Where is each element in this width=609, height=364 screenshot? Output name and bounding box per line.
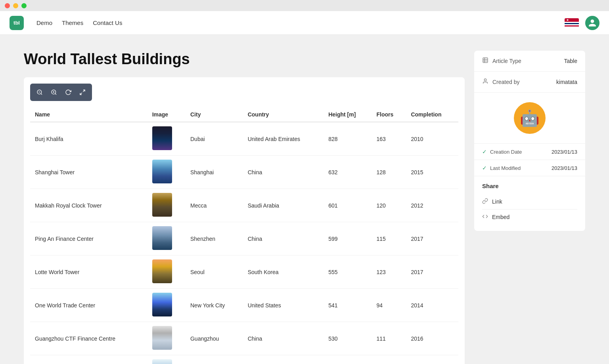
cell-name: Tianjin CTF Finance Centre (30, 355, 147, 364)
cell-image (147, 322, 186, 355)
cell-city: New York City (186, 289, 243, 322)
cell-completion: 2010 (406, 122, 458, 156)
logo: tbl (10, 16, 24, 30)
info-card: Article Type Table Created by kimatata (474, 51, 585, 231)
main-content: World Tallest Buildings (0, 35, 609, 364)
table-row: One World Trade CenterNew York CityUnite… (30, 289, 458, 322)
table-row: Shanghai TowerShanghaiChina6321282015 (30, 156, 458, 189)
cell-country: China (243, 156, 324, 189)
table-card: Name Image City Country Height [m] Floor… (24, 77, 465, 364)
cell-floors: 115 (372, 222, 406, 255)
cell-floors: 120 (372, 189, 406, 222)
col-name: Name (30, 107, 147, 122)
cell-city: Guangzhou (186, 322, 243, 355)
cell-country: Saudi Arabia (243, 189, 324, 222)
cell-name: Ping An Finance Center (30, 222, 147, 255)
cell-city: Seoul (186, 255, 243, 289)
table-icon (482, 57, 488, 65)
embed-icon (482, 213, 488, 221)
cell-completion: 2014 (406, 289, 458, 322)
cell-country: United States (243, 289, 324, 322)
svg-rect-9 (483, 58, 488, 63)
last-modified-label: ✓ Last Modified (482, 165, 521, 171)
cell-image (147, 289, 186, 322)
cell-completion: 2017 (406, 222, 458, 255)
link-icon (482, 198, 488, 205)
cell-completion: 2017 (406, 255, 458, 289)
table-row: Lotte World TowerSeoulSouth Korea5551232… (30, 255, 458, 289)
cell-city: Shanghai (186, 156, 243, 189)
article-type-row: Article Type Table (474, 51, 585, 72)
svg-line-8 (80, 93, 82, 95)
nav-themes[interactable]: Themes (62, 19, 83, 26)
created-by-row: Created by kimatata (474, 72, 585, 93)
col-completion: Completion (406, 107, 458, 122)
share-section: Share Link Embed (474, 176, 585, 231)
cell-country: South Korea (243, 255, 324, 289)
cell-image (147, 355, 186, 364)
share-embed-row[interactable]: Embed (482, 210, 577, 225)
title-bar (0, 0, 609, 11)
cell-height: 541 (324, 289, 372, 322)
cell-height: 530 (324, 355, 372, 364)
created-by-value: kimatata (556, 79, 577, 85)
share-embed-label: Embed (492, 214, 509, 220)
buildings-table: Name Image City Country Height [m] Floor… (30, 107, 458, 364)
right-panel: Article Type Table Created by kimatata (474, 51, 585, 364)
cell-image (147, 122, 186, 156)
language-flag[interactable]: ★ (565, 18, 579, 28)
creation-date-row: ✓ Creation Date 2023/01/13 (474, 144, 585, 160)
table-row: Burj KhalifaDubaiUnited Arab Emirates828… (30, 122, 458, 156)
table-row: Ping An Finance CenterShenzhenChina59911… (30, 222, 458, 255)
cell-floors: 128 (372, 156, 406, 189)
creation-date-value: 2023/01/13 (552, 149, 577, 155)
col-country: Country (243, 107, 324, 122)
cell-floors: 97 (372, 355, 406, 364)
cell-name: Shanghai Tower (30, 156, 147, 189)
user-avatar[interactable] (585, 16, 599, 30)
created-by-label: Created by (482, 78, 519, 86)
zoom-out-button[interactable] (33, 86, 46, 99)
check-icon-2: ✓ (482, 165, 487, 171)
maximize-button[interactable] (21, 3, 27, 8)
article-type-value: Table (564, 58, 577, 64)
user-icon (482, 78, 488, 86)
cell-completion: 2016 (406, 322, 458, 355)
cell-height: 601 (324, 189, 372, 222)
cell-name: Burj Khalifa (30, 122, 147, 156)
table-row: Makkah Royal Clock TowerMeccaSaudi Arabi… (30, 189, 458, 222)
cell-country: China (243, 322, 324, 355)
last-modified-text: Last Modified (490, 165, 521, 171)
navbar-right: ★ (565, 16, 599, 30)
nav-contact-us[interactable]: Contact Us (93, 19, 122, 26)
minimize-button[interactable] (13, 3, 18, 8)
share-link-label: Link (492, 198, 502, 205)
zoom-in-button[interactable] (48, 86, 60, 99)
cell-name: Guangzhou CTF Finance Centre (30, 322, 147, 355)
close-button[interactable] (5, 3, 10, 8)
creation-date-text: Creation Date (490, 149, 522, 155)
article-type-text: Article Type (492, 58, 521, 64)
creation-date-label: ✓ Creation Date (482, 149, 522, 155)
avatar-section: 🤖 (474, 93, 585, 144)
robot-avatar: 🤖 (514, 102, 546, 134)
cell-country: United Arab Emirates (243, 122, 324, 156)
table-row: Tianjin CTF Finance CentreTianjinChina53… (30, 355, 458, 364)
cell-city: Dubai (186, 122, 243, 156)
share-link-row[interactable]: Link (482, 194, 577, 210)
nav-demo[interactable]: Demo (36, 19, 52, 26)
refresh-button[interactable] (62, 86, 75, 99)
cell-image (147, 189, 186, 222)
svg-line-1 (41, 93, 42, 95)
cell-name: One World Trade Center (30, 289, 147, 322)
last-modified-row: ✓ Last Modified 2023/01/13 (474, 160, 585, 176)
created-by-text: Created by (492, 79, 519, 85)
expand-button[interactable] (76, 86, 89, 99)
table-row: Guangzhou CTF Finance CentreGuangzhouChi… (30, 322, 458, 355)
col-city: City (186, 107, 243, 122)
cell-country: China (243, 355, 324, 364)
cell-country: China (243, 222, 324, 255)
cell-city: Mecca (186, 189, 243, 222)
share-title: Share (482, 183, 577, 189)
cell-height: 530 (324, 322, 372, 355)
